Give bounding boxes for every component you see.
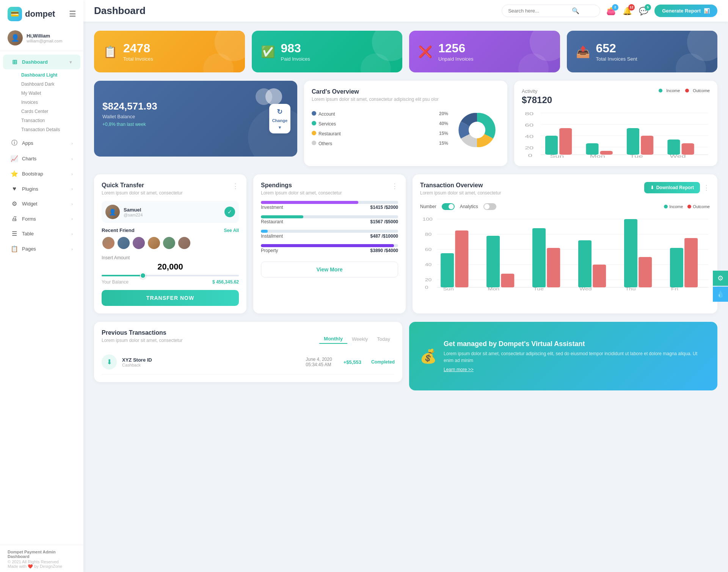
legend-others: Others 15% (312, 140, 448, 147)
svg-rect-43 (578, 240, 592, 287)
svg-rect-18 (641, 136, 653, 155)
svg-text:20: 20 (525, 146, 533, 150)
activity-card: Activity $78120 Income Outcome (514, 81, 717, 166)
amount-slider[interactable] (102, 275, 239, 276)
tab-monthly[interactable]: Monthly (319, 334, 347, 344)
legend-restaurant-pct: 15% (439, 131, 448, 136)
wallet-badge[interactable]: 👛 2 (606, 6, 616, 16)
virtual-assistant-banner: 💰 Get managed by Dompet's Virtual Assist… (409, 322, 717, 390)
txn-row-info: XYZ Store ID Cashback (122, 357, 152, 367)
sidebar-item-pages[interactable]: 📋 Pages › (3, 241, 80, 256)
analytics-toggle[interactable] (483, 203, 496, 210)
activity-bar-chart: 80 60 40 20 0 (522, 109, 710, 158)
change-button[interactable]: ↻ Change ▼ (269, 104, 290, 133)
pages-icon: 📋 (11, 245, 18, 252)
generate-report-label: Generate Report (662, 8, 701, 14)
transfer-now-button[interactable]: TRANSFER NOW (102, 290, 239, 306)
widget-label: Widget (22, 201, 37, 207)
see-all-link[interactable]: See All (224, 228, 239, 233)
plugins-icon: ♥ (11, 185, 18, 192)
spending-investment-amount: $1415 /$2000 (370, 205, 398, 210)
activity-title: Activity (522, 88, 552, 94)
widget-icon: ⚙ (11, 200, 18, 207)
txn-time-value: 05:34:45 AM (306, 362, 332, 367)
chevron-right-icon3: › (71, 172, 73, 176)
header: Dashboard 🔍 👛 2 🔔 12 💬 5 Generate Report… (83, 0, 728, 22)
apps-label: Apps (22, 140, 33, 146)
legend-services: Services 40% (312, 120, 448, 127)
income-label: Income (666, 88, 680, 93)
hamburger-icon[interactable]: ☰ (69, 9, 76, 19)
sub-item-dashboard-light[interactable]: Dashboard Light (18, 71, 83, 80)
spending-property-amount: $3890 /$4000 (370, 248, 398, 253)
txn-row-amount: +$5,553 (344, 359, 361, 365)
chat-badge-count: 5 (645, 4, 651, 11)
bootstrap-label: Bootstrap (22, 171, 43, 177)
generate-report-button[interactable]: Generate Report 📊 (654, 5, 717, 17)
svg-rect-46 (639, 257, 652, 287)
prev-txn-title: Previous Transactions (102, 329, 182, 336)
sub-item-transaction-details[interactable]: Transaction Details (18, 125, 83, 134)
spendings-menu-icon[interactable]: ⋮ (391, 182, 398, 190)
chevron-right-icon: › (71, 141, 73, 146)
svg-rect-37 (441, 253, 454, 287)
tab-weekly[interactable]: Weekly (347, 334, 372, 344)
legend-restaurant-label: Restaurant (318, 131, 341, 136)
sidebar-item-charts[interactable]: 📈 Charts › (3, 151, 80, 166)
svg-rect-13 (545, 136, 558, 155)
total-invoices-number: 2478 (123, 41, 153, 55)
svg-text:Sun: Sun (550, 154, 564, 158)
toggle-row: Number Analytics Income Outcome (420, 203, 710, 210)
va-learn-more-link[interactable]: Learn more >> (444, 367, 707, 372)
chevron-right-icon5: › (71, 202, 73, 206)
friend-avatar-1 (102, 236, 115, 250)
sidebar-item-table[interactable]: ☰ Table › (3, 226, 80, 241)
sidebar-item-plugins[interactable]: ♥ Plugins › (3, 182, 80, 196)
download-report-label: Download Report (656, 185, 694, 190)
tab-today[interactable]: Today (372, 334, 395, 344)
chevron-down-small-icon: ▼ (278, 125, 282, 130)
content-area: 📋 2478 Total Invoices ✅ 983 Paid Invoice… (83, 22, 728, 572)
plugins-label: Plugins (22, 186, 38, 192)
sidebar-item-forms[interactable]: 🖨 Forms › (3, 212, 80, 226)
sidebar: 💳 dompet ☰ 👤 Hi,William william@gmail.co… (0, 0, 83, 572)
sidebar-item-widget[interactable]: ⚙ Widget › (3, 196, 80, 211)
stat-total-invoices: 📋 2478 Total Invoices (94, 31, 245, 72)
sub-item-cards-center[interactable]: Cards Center (18, 107, 83, 116)
sub-item-invoices[interactable]: Invoices (18, 98, 83, 107)
sidebar-nav: ⊞ Dashboard ▼ Dashboard Light Dashboard … (0, 51, 83, 545)
search-input[interactable] (508, 8, 569, 14)
download-report-button[interactable]: ⬇ Download Report (644, 182, 700, 193)
view-more-button[interactable]: View More (261, 262, 398, 277)
user-email: william@gmail.com (27, 39, 62, 43)
txn-legend: Income Outcome (664, 204, 710, 209)
spendings-card: Spendings Lorem ipsum dolor sit amet, co… (253, 174, 406, 313)
sub-item-dashboard-dark[interactable]: Dashboard Dark (18, 80, 83, 89)
quick-transfer-menu-icon[interactable]: ⋮ (232, 182, 239, 190)
sidebar-item-dashboard[interactable]: ⊞ Dashboard ▼ (3, 55, 80, 69)
outcome-label: Outcome (693, 88, 710, 93)
sub-item-transaction[interactable]: Transaction (18, 116, 83, 125)
bootstrap-icon: ⭐ (11, 170, 18, 177)
contact-info: Samuel @sam224 (124, 207, 143, 217)
wallet-card: $824,571.93 Wallet Balance +0,8% than la… (94, 81, 297, 157)
sidebar-item-bootstrap[interactable]: ⭐ Bootstrap › (3, 166, 80, 181)
txn-overview-menu-icon[interactable]: ⋮ (703, 183, 710, 192)
sub-item-my-wallet[interactable]: My Wallet (18, 89, 83, 98)
spending-property-label: Property (261, 248, 278, 253)
friend-avatar-4 (147, 236, 161, 250)
chat-badge[interactable]: 💬 5 (639, 6, 648, 16)
bar-chart-icon: 📊 (704, 8, 710, 14)
friends-avatars (102, 236, 239, 250)
sidebar-item-apps[interactable]: ⓘ Apps › (3, 135, 80, 151)
txn-overview-header: Transaction Overview Lorem ipsum dolor s… (420, 182, 710, 201)
footer-copyright: © 2021 All Rights Reserved (8, 559, 76, 564)
svg-rect-48 (684, 238, 698, 287)
theme-float-button[interactable]: 💧 (713, 287, 728, 302)
number-toggle[interactable] (442, 203, 455, 210)
logo-icon: 💳 (8, 7, 22, 21)
bell-badge[interactable]: 🔔 12 (623, 6, 632, 16)
settings-float-button[interactable]: ⚙ (713, 271, 728, 286)
search-icon[interactable]: 🔍 (572, 7, 579, 14)
friend-avatar-5 (162, 236, 176, 250)
